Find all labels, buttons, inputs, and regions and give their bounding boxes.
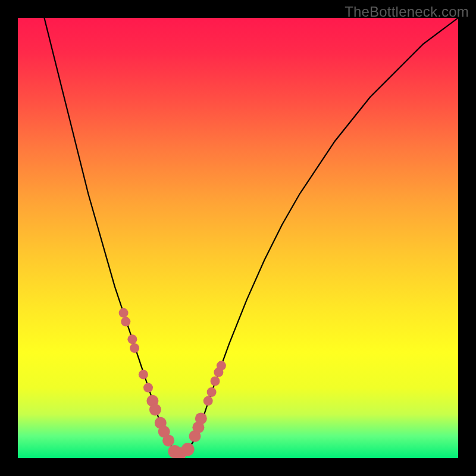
data-node xyxy=(162,434,174,446)
data-node xyxy=(121,317,130,327)
data-node xyxy=(211,377,220,386)
v-curve xyxy=(44,18,458,454)
data-node xyxy=(139,369,148,379)
chart-svg xyxy=(18,18,458,458)
data-node xyxy=(181,443,195,456)
data-node xyxy=(130,343,139,353)
data-node xyxy=(143,383,153,393)
data-node xyxy=(203,396,213,406)
data-node xyxy=(127,334,137,344)
chart-frame: TheBottleneck.com xyxy=(0,0,476,476)
data-node xyxy=(119,308,129,318)
data-node xyxy=(207,387,217,397)
data-node xyxy=(195,412,207,424)
curve-group xyxy=(44,18,458,454)
data-node xyxy=(217,361,226,371)
data-nodes xyxy=(119,308,226,458)
plot-area xyxy=(18,18,458,458)
data-node xyxy=(149,404,161,416)
